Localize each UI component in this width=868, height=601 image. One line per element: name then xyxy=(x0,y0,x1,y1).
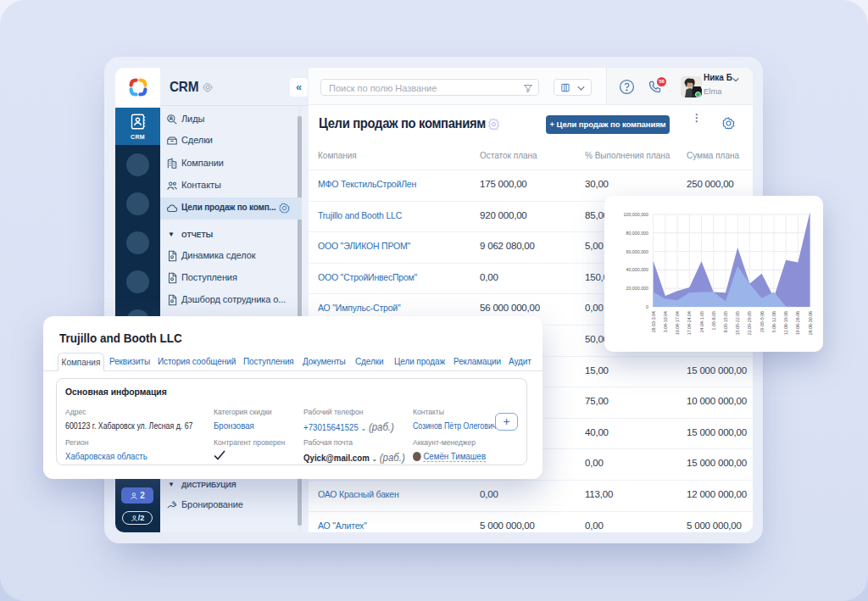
svg-text:24.04-1.05: 24.04-1.05 xyxy=(699,311,704,332)
svg-text:17.04-24.04: 17.04-24.04 xyxy=(687,311,692,335)
svg-text:15.05-22.05: 15.05-22.05 xyxy=(735,311,740,335)
svg-text:80,000,000: 80,000,000 xyxy=(626,231,648,236)
svg-text:1.05-8.05: 1.05-8.05 xyxy=(711,311,716,330)
svg-text:0: 0 xyxy=(646,304,648,309)
svg-text:20,000,000: 20,000,000 xyxy=(626,286,648,291)
svg-text:60,000,000: 60,000,000 xyxy=(626,249,648,254)
svg-text:10.04-17.04: 10.04-17.04 xyxy=(675,311,680,335)
svg-text:5.06-12.06: 5.06-12.06 xyxy=(771,311,776,332)
svg-text:29.05-5.06: 29.05-5.06 xyxy=(760,311,765,332)
svg-text:22.05-29.05: 22.05-29.05 xyxy=(747,311,752,335)
svg-text:19.06-26.06: 19.06-26.06 xyxy=(795,311,800,335)
svg-text:8.05-15.05: 8.05-15.05 xyxy=(723,311,728,332)
svg-text:100,000,000: 100,000,000 xyxy=(624,212,649,217)
svg-text:3.04-10.04: 3.04-10.04 xyxy=(663,311,668,332)
svg-text:12.06-19.06: 12.06-19.06 xyxy=(783,311,788,335)
svg-text:26.06-30.06: 26.06-30.06 xyxy=(808,311,813,335)
svg-text:28.03-3.04: 28.03-3.04 xyxy=(651,311,656,332)
svg-text:40,000,000: 40,000,000 xyxy=(626,267,648,272)
